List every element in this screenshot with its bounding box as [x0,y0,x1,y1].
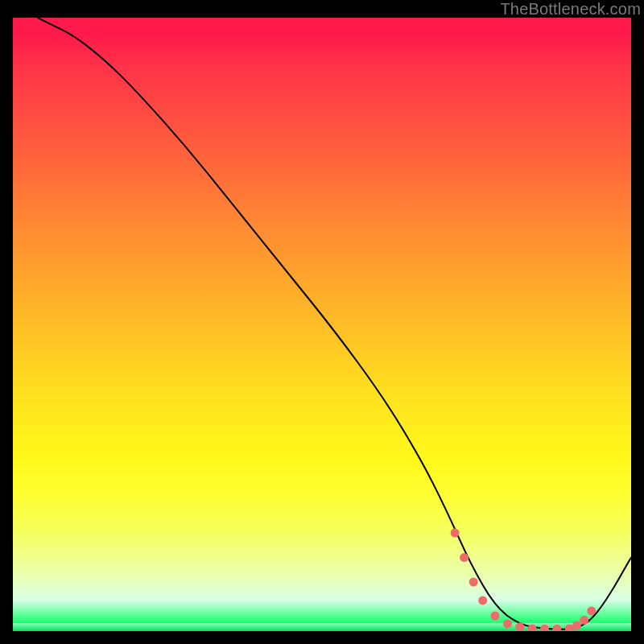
highlight-dot [528,625,537,632]
highlight-dot [451,529,460,538]
highlight-dot [515,622,524,631]
highlight-dot [580,616,588,625]
highlight-dot [469,578,478,587]
highlight-dot [552,625,561,631]
highlight-dots-group [451,529,597,631]
curve-overlay [13,18,631,631]
highlight-dot [540,625,549,631]
highlight-dot [572,621,581,630]
highlight-dot [503,619,512,628]
plot-area [13,18,631,631]
highlight-dot [587,606,596,615]
highlight-dot [460,553,469,562]
bottleneck-curve [38,18,631,630]
watermark-text: TheBottleneck.com [500,0,641,19]
highlight-dot [491,612,500,621]
highlight-dot [478,596,487,605]
